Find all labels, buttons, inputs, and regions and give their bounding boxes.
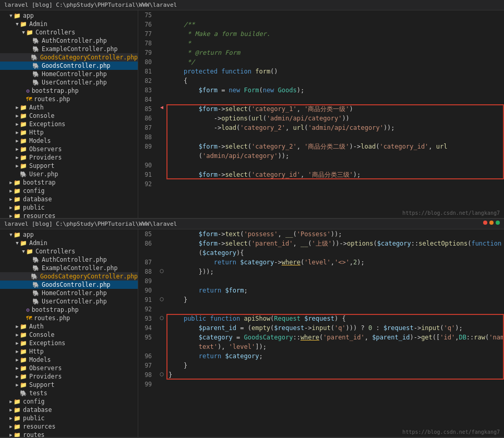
b-sidebar-item-usercontroller[interactable]: 🐘 UserController.php [0, 297, 138, 306]
folder-icon: 📁 [14, 432, 21, 437]
b-sidebar-item-http[interactable]: ▶ 📁 Http [0, 347, 138, 356]
sidebar-item-config[interactable]: ▶ 📁 config [0, 187, 138, 195]
screenshot-container: laravel [blog] C:\phpStudy\PHPTutorial\W… [0, 0, 504, 438]
top-sidebar[interactable]: ▼ 📁 app ▼ 📁 Admin ▼ 📁 Controllers [0, 10, 138, 218]
top-code-area[interactable]: 75 76 /** 77 * Make a form builder. 78 [138, 10, 504, 218]
sidebar-item-app[interactable]: ▼ 📁 app [0, 11, 138, 20]
php-icon: 🐘 [32, 257, 40, 263]
arrow-spacer [27, 63, 32, 68]
sidebar-item-controllers[interactable]: ▼ 📁 Controllers [0, 28, 138, 36]
b-code-line-96: 96 return $category; [138, 351, 504, 361]
code-line-85: 85 ◀ $form->select('category_1', '商品分类一级… [138, 104, 504, 114]
bootstrap-icon: ⚙ [26, 307, 30, 313]
b-code-line-97: 97 } [138, 361, 504, 370]
code-line-80: 80 */ [138, 57, 504, 67]
folder-icon: 📁 [20, 113, 27, 119]
sidebar-item-bootstrap-folder[interactable]: ▶ 📁 bootstrap [0, 178, 138, 187]
sidebar-item-goodscontroller[interactable]: 🐘 GoodsController.php [0, 62, 138, 70]
folder-icon: 📁 [20, 104, 27, 111]
b-sidebar-item-admin[interactable]: ▼ 📁 Admin [0, 239, 138, 247]
sidebar-item-routes[interactable]: 🗺 routes.php [0, 95, 138, 103]
b-sidebar-item-support[interactable]: ▶ 📁 Support [0, 381, 138, 389]
bottom-panel-body: ▼ 📁 app ▼ 📁 Admin ▼ 📁 Controllers 🐘 [0, 229, 504, 437]
sidebar-item-bootstrap[interactable]: ⚙ bootstrap.php [0, 87, 138, 95]
arrow-icon: ▶ [8, 432, 14, 437]
php-icon: 🐘 [20, 390, 27, 397]
code-line-91: 91 $form->select('category_id', '商品分类三级'… [138, 170, 504, 179]
sidebar-item-examplecontroller[interactable]: 🐘 ExampleController.php [0, 45, 138, 53]
arrow-icon: ▶ [15, 163, 20, 168]
b-sidebar-item-public[interactable]: ▶ 📁 public [0, 414, 138, 422]
b-sidebar-item-exceptions[interactable]: ▶ 📁 Exceptions [0, 339, 138, 347]
arrow-spacer [27, 46, 32, 52]
code-line-90: 90 [138, 161, 504, 170]
b-sidebar-item-auth[interactable]: ▶ 📁 Auth [0, 322, 138, 331]
b-code-line-87: 87 return $category->where('level','<>',… [138, 258, 504, 267]
sidebar-item-homecontroller[interactable]: 🐘 HomeController.php [0, 70, 138, 78]
b-sidebar-item-routes[interactable]: 🗺 routes.php [0, 314, 138, 322]
arrow-icon: ▼ [15, 21, 20, 27]
sidebar-item-support[interactable]: ▶ 📁 Support [0, 162, 138, 170]
b-sidebar-item-examplecontroller[interactable]: 🐘 ExampleController.php [0, 264, 138, 272]
sidebar-item-providers[interactable]: ▶ 📁 Providers [0, 153, 138, 162]
arrow-icon: ▼ [21, 249, 26, 254]
b-sidebar-item-app[interactable]: ▼ 📁 app [0, 230, 138, 239]
sidebar-item-console[interactable]: ▶ 📁 Console [0, 112, 138, 120]
sidebar-item-authcontroller[interactable]: 🐘 AuthController.php [0, 36, 138, 45]
php-icon: 🐘 [31, 54, 38, 61]
arrow-icon: ▶ [15, 113, 20, 118]
code-line-76: 76 /** [138, 20, 504, 29]
green-dot [496, 221, 500, 225]
bottom-code-area[interactable]: 85 $form->text('possess', __('Possess'))… [138, 229, 504, 437]
folder-icon: 📁 [20, 154, 27, 161]
b-sidebar-item-config[interactable]: ▶ 📁 config [0, 397, 138, 406]
b-sidebar-item-providers[interactable]: ▶ 📁 Providers [0, 372, 138, 381]
b-sidebar-item-database[interactable]: ▶ 📁 database [0, 406, 138, 414]
folder-icon: 📁 [26, 29, 33, 36]
sidebar-item-usercontroller[interactable]: 🐘 UserController.php [0, 78, 138, 87]
sidebar-item-user[interactable]: 🐘 User.php [0, 170, 138, 178]
b-sidebar-item-bootstrap[interactable]: ⚙ bootstrap.php [0, 306, 138, 314]
b-sidebar-item-goodscategory[interactable]: 🐘 GoodsCategoryController.php [0, 272, 138, 281]
b-sidebar-item-homecontroller[interactable]: 🐘 HomeController.php [0, 289, 138, 297]
b-sidebar-item-routes-folder[interactable]: ▶ 📁 routes [0, 431, 138, 437]
arrow-spacer [27, 71, 32, 77]
arrow-icon: ▶ [8, 197, 14, 202]
code-line-87: 87 ->load('category_2', url('admin/api/c… [138, 123, 504, 132]
php-icon: 🐘 [32, 71, 40, 78]
b-sidebar-item-models[interactable]: ▶ 📁 Models [0, 356, 138, 364]
arrow-icon: ▶ [15, 130, 20, 135]
b-sidebar-item-observers[interactable]: ▶ 📁 Observers [0, 364, 138, 372]
top-title-text: laravel [blog] C:\phpStudy\PHPTutorial\W… [4, 2, 177, 8]
sidebar-item-public[interactable]: ▶ 📁 public [0, 203, 138, 212]
b-sidebar-item-goodscontroller[interactable]: 🐘 GoodsController.php [0, 281, 138, 289]
sidebar-item-goodscategorycontroller[interactable]: 🐘 GoodsCategoryController.php [0, 53, 138, 62]
b-sidebar-item-user[interactable]: 🐘 tests [0, 389, 138, 397]
sidebar-item-exceptions[interactable]: ▶ 📁 Exceptions [0, 120, 138, 128]
folder-icon: 📁 [14, 213, 21, 218]
sidebar-item-database[interactable]: ▶ 📁 database [0, 195, 138, 203]
sidebar-item-http[interactable]: ▶ 📁 Http [0, 128, 138, 137]
arrow-icon: ▶ [15, 382, 20, 387]
b-sidebar-item-resources[interactable]: ▶ 📁 resources [0, 422, 138, 431]
sidebar-item-models[interactable]: ▶ 📁 Models [0, 137, 138, 145]
bottom-sidebar[interactable]: ▼ 📁 app ▼ 📁 Admin ▼ 📁 Controllers 🐘 [0, 229, 138, 437]
sidebar-item-auth[interactable]: ▶ 📁 Auth [0, 103, 138, 112]
arrow-icon: ▶ [15, 332, 20, 337]
b-code-line-98: 98 ○ } [138, 370, 504, 380]
arrow-icon: ▶ [8, 407, 14, 412]
b-code-line-92: 92 [138, 305, 504, 314]
b-code-line-90: 90 return $form; [138, 286, 504, 295]
code-line-79: 79 * @return Form [138, 48, 504, 57]
arrow-icon: ▶ [15, 155, 20, 160]
bottom-title-bar: laravel [blog] C:\phpStudy\PHPTutorial\W… [0, 219, 504, 229]
b-sidebar-item-controllers[interactable]: ▼ 📁 Controllers [0, 247, 138, 256]
sidebar-item-observers[interactable]: ▶ 📁 Observers [0, 145, 138, 153]
top-watermark: https://blog.csdn.net/langkang7 [402, 210, 500, 216]
b-sidebar-item-console[interactable]: ▶ 📁 Console [0, 331, 138, 339]
sidebar-item-admin[interactable]: ▼ 📁 Admin [0, 20, 138, 28]
arrow-icon: ▶ [15, 340, 20, 346]
sidebar-item-resources[interactable]: ▶ 📁 resources [0, 212, 138, 218]
b-sidebar-item-authcontroller[interactable]: 🐘 AuthController.php [0, 256, 138, 264]
b-code-line-91: 91 ○ } [138, 295, 504, 305]
